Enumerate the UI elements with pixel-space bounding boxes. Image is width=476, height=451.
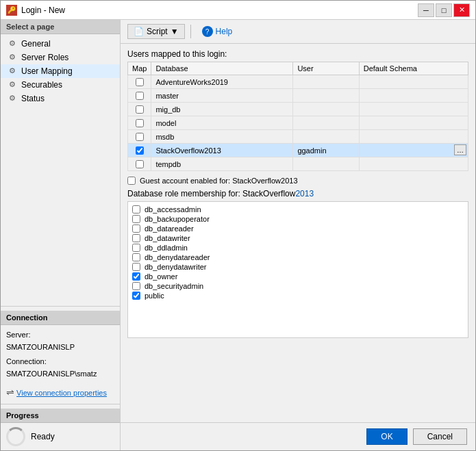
help-button[interactable]: ? Help xyxy=(197,24,238,39)
col-header-user: User xyxy=(293,62,359,75)
table-row[interactable]: msdb xyxy=(128,130,468,144)
sidebar-label-securables: Securables xyxy=(21,80,62,90)
schema-cell-3 xyxy=(359,116,468,130)
map-checkbox-4[interactable] xyxy=(136,133,144,141)
role-checkbox-0[interactable] xyxy=(132,205,140,214)
user-cell-6 xyxy=(293,157,359,171)
sidebar-label-general: General xyxy=(21,39,51,49)
minimize-button[interactable]: ─ xyxy=(418,3,434,17)
role-checkbox-4[interactable] xyxy=(132,244,140,252)
schema-cell-6 xyxy=(359,157,468,171)
role-checkbox-9[interactable] xyxy=(132,292,140,300)
ellipsis-button[interactable]: … xyxy=(454,144,466,155)
table-row[interactable]: master xyxy=(128,89,468,103)
progress-header: Progress xyxy=(1,409,120,423)
help-label: Help xyxy=(216,27,233,36)
col-header-map: Map xyxy=(128,62,151,75)
sidebar-item-server-roles[interactable]: ⚙ Server Roles xyxy=(1,51,120,64)
sidebar: Select a page ⚙ General ⚙ Server Roles ⚙… xyxy=(1,20,121,450)
db-cell-1: master xyxy=(151,89,293,103)
map-checkbox-5[interactable] xyxy=(136,146,144,155)
maximize-button[interactable]: □ xyxy=(436,3,452,17)
table-row[interactable]: model xyxy=(128,116,468,130)
map-checkbox-6[interactable] xyxy=(136,160,144,168)
role-checkbox-8[interactable] xyxy=(132,282,140,290)
role-checkbox-6[interactable] xyxy=(132,263,140,271)
table-row[interactable]: mig_db xyxy=(128,103,468,116)
connection-arrow-icon: ⇌ xyxy=(6,387,14,398)
role-label-5: db_denydatareader xyxy=(145,253,210,261)
title-bar-controls: ─ □ ✕ xyxy=(418,3,470,17)
role-label-4: db_ddladmin xyxy=(145,244,188,252)
table-row[interactable]: AdventureWorks2019 xyxy=(128,75,468,89)
view-connection-properties-link[interactable]: View connection properties xyxy=(16,389,107,397)
role-item-1: db_backupoperator xyxy=(132,214,464,224)
user-cell-0 xyxy=(293,75,359,89)
script-icon: 📄 xyxy=(134,27,144,36)
sidebar-label-user-mapping: User Mapping xyxy=(21,66,73,76)
toolbar-separator xyxy=(190,25,191,38)
view-properties-container: ⇌ View connection properties xyxy=(6,385,114,400)
sidebar-item-general[interactable]: ⚙ General xyxy=(1,37,120,51)
schema-cell-2 xyxy=(359,103,468,116)
role-checkbox-5[interactable] xyxy=(132,253,140,261)
toolbar: 📄 Script ▼ ? Help xyxy=(121,20,475,44)
connection-label: Connection: xyxy=(6,356,114,368)
role-checkbox-7[interactable] xyxy=(132,272,140,281)
map-checkbox-0[interactable] xyxy=(136,78,144,86)
server-label: Server: xyxy=(6,329,114,342)
server-roles-icon: ⚙ xyxy=(9,53,18,62)
select-page-header: Select a page xyxy=(1,20,120,34)
main-window: 🔑 Login - New ─ □ ✕ Select a page ⚙ Gene… xyxy=(0,0,476,451)
window-body: Select a page ⚙ General ⚙ Server Roles ⚙… xyxy=(1,20,475,450)
server-value: SMATZOURANISLP xyxy=(6,342,114,354)
schema-cell-1 xyxy=(359,89,468,103)
script-label: Script xyxy=(147,27,168,36)
role-checkbox-2[interactable] xyxy=(132,224,140,233)
map-checkbox-2[interactable] xyxy=(136,105,144,114)
db-cell-6: tempdb xyxy=(151,157,293,171)
script-dropdown-icon: ▼ xyxy=(171,27,179,36)
role-item-9: public xyxy=(132,291,464,300)
main-content: 📄 Script ▼ ? Help Users mapped to this l… xyxy=(121,20,475,450)
db-cell-0: AdventureWorks2019 xyxy=(151,75,293,89)
guest-account-label: Guest account enabled for: StackOverflow… xyxy=(140,177,298,185)
role-label-2: db_datareader xyxy=(145,224,194,233)
table-row[interactable]: tempdb xyxy=(128,157,468,171)
sidebar-bottom: Connection Server: SMATZOURANISLP Connec… xyxy=(1,306,120,450)
role-checkbox-1[interactable] xyxy=(132,215,140,223)
user-cell-1 xyxy=(293,89,359,103)
close-button[interactable]: ✕ xyxy=(453,3,470,17)
role-item-7: db_owner xyxy=(132,272,464,281)
guest-account-checkbox[interactable] xyxy=(127,177,136,185)
role-item-6: db_denydatawriter xyxy=(132,262,464,272)
db-cell-3: model xyxy=(151,116,293,130)
role-label-0: db_accessadmin xyxy=(145,205,201,214)
general-icon: ⚙ xyxy=(9,39,18,49)
db-role-membership-label: Database role membership for: StackOverf… xyxy=(127,189,468,198)
status-icon: ⚙ xyxy=(9,94,18,103)
progress-content: Ready xyxy=(6,427,114,446)
col-header-database: Database xyxy=(151,62,293,75)
map-checkbox-1[interactable] xyxy=(136,92,144,100)
table-row-selected[interactable]: StackOverflow2013 ggadmin … xyxy=(128,144,468,157)
ok-button[interactable]: OK xyxy=(366,428,407,445)
role-label-7: db_owner xyxy=(145,272,177,281)
script-button[interactable]: 📄 Script ▼ xyxy=(127,24,185,39)
map-checkbox-3[interactable] xyxy=(136,119,144,127)
sidebar-item-status[interactable]: ⚙ Status xyxy=(1,92,120,105)
role-checkbox-3[interactable] xyxy=(132,234,140,242)
schema-cell-5: … xyxy=(359,144,468,157)
guest-account-row: Guest account enabled for: StackOverflow… xyxy=(127,177,468,185)
db-role-prefix: Database role membership for: StackOverf… xyxy=(127,189,295,198)
sidebar-item-user-mapping[interactable]: ⚙ User Mapping xyxy=(1,64,120,78)
role-item-3: db_datawriter xyxy=(132,233,464,243)
connection-value: SMATZOURANISLP\smatz xyxy=(6,368,114,381)
cancel-button[interactable]: Cancel xyxy=(413,428,467,445)
connection-info: Server: SMATZOURANISLP Connection: SMATZ… xyxy=(6,329,114,400)
connection-section: Connection Server: SMATZOURANISLP Connec… xyxy=(1,306,120,404)
sidebar-item-securables[interactable]: ⚙ Securables xyxy=(1,78,120,92)
footer-bar: OK Cancel xyxy=(121,422,475,450)
window-title: Login - New xyxy=(21,5,65,15)
user-cell-4 xyxy=(293,130,359,144)
